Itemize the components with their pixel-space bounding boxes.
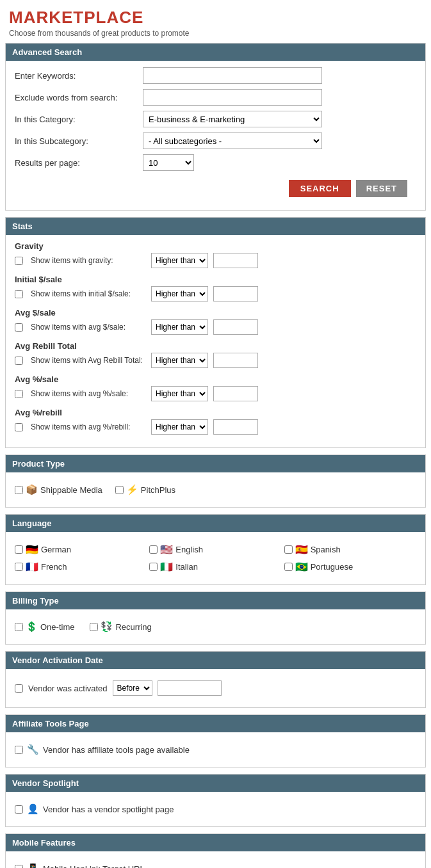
gravity-value-input[interactable]: [213, 253, 258, 268]
onetime-icon: 💲: [26, 621, 38, 632]
pitchplus-label: PitchPlus: [141, 485, 175, 495]
avg-sale-filter-select[interactable]: Higher than Lower than Equal to: [151, 319, 208, 335]
subcategory-row: In this Subcategory: - All subcategories…: [15, 133, 416, 149]
french-label: French: [41, 562, 67, 572]
shippable-media-checkbox[interactable]: [15, 486, 23, 494]
keywords-label: Enter Keywords:: [15, 71, 143, 81]
keywords-input[interactable]: [143, 67, 322, 84]
avg-pct-rebill-filter-select[interactable]: Higher than Lower than Equal to: [151, 419, 208, 435]
avg-rebill-filter-select[interactable]: Higher than Lower than Equal to: [151, 353, 208, 368]
english-flag: 🇺🇸: [160, 543, 173, 556]
avg-pct-sale-filter-select[interactable]: Higher than Lower than Equal to: [151, 386, 208, 401]
spanish-checkbox[interactable]: [284, 545, 293, 554]
vendor-spotlight-label: Vendor has a vendor spotlight page: [43, 805, 174, 814]
mobile-features-header: Mobile Features: [6, 834, 425, 851]
onetime-item: 💲 One-time: [15, 621, 74, 632]
english-item: 🇺🇸 English: [149, 543, 281, 556]
onetime-checkbox[interactable]: [15, 623, 23, 631]
affiliate-tools-checkbox[interactable]: [15, 746, 23, 754]
avg-rebill-value-input[interactable]: [213, 353, 258, 368]
avg-rebill-checkbox[interactable]: [15, 357, 23, 365]
product-type-row: 📦 Shippable Media ⚡ PitchPlus: [15, 479, 416, 501]
vendor-activation-filter-select[interactable]: Before After On: [113, 680, 152, 696]
language-body: 🇩🇪 German 🇺🇸 English 🇪🇸 Spanish 🇫🇷 Frenc…: [6, 532, 425, 584]
category-select[interactable]: E-business & E-marketing: [143, 111, 322, 127]
language-header: Language: [6, 515, 425, 532]
portuguese-checkbox[interactable]: [284, 563, 293, 571]
avg-pct-rebill-row: Show items with avg %/rebill: Higher tha…: [15, 419, 416, 435]
avg-pct-sale-checkbox[interactable]: [15, 390, 23, 398]
portuguese-flag: 🇧🇷: [295, 561, 308, 573]
vendor-activation-body: Vendor was activated Before After On: [6, 669, 425, 707]
avg-pct-rebill-label: Show items with avg %/rebill:: [31, 422, 146, 431]
shippable-media-icon: 📦: [26, 484, 38, 495]
spanish-label: Spanish: [311, 545, 341, 554]
avg-pct-rebill-value-input[interactable]: [213, 419, 258, 435]
avg-rebill-group: Avg Rebill Total Show items with Avg Reb…: [15, 341, 416, 368]
top-button-row: SEARCH RESET: [15, 176, 416, 204]
language-section: Language 🇩🇪 German 🇺🇸 English 🇪🇸 Spanish…: [5, 514, 426, 585]
language-grid: 🇩🇪 German 🇺🇸 English 🇪🇸 Spanish 🇫🇷 Frenc…: [15, 538, 416, 578]
gravity-checkbox[interactable]: [15, 257, 23, 265]
product-type-header: Product Type: [6, 455, 425, 472]
exclude-input[interactable]: [143, 89, 322, 106]
avg-sale-row: Show items with avg $/sale: Higher than …: [15, 319, 416, 335]
top-search-button[interactable]: SEARCH: [289, 180, 351, 197]
german-checkbox[interactable]: [15, 545, 23, 554]
avg-sale-title: Avg $/sale: [15, 308, 416, 317]
pitchplus-icon: ⚡: [126, 484, 138, 495]
affiliate-tools-label: Vendor has affiliate tools page availabl…: [43, 745, 190, 755]
subcategory-select[interactable]: - All subcategories -: [143, 133, 322, 149]
avg-pct-sale-value-input[interactable]: [213, 386, 258, 401]
avg-sale-group: Avg $/sale Show items with avg $/sale: H…: [15, 308, 416, 335]
category-row: In this Category: E-business & E-marketi…: [15, 111, 416, 127]
french-flag: 🇫🇷: [26, 561, 38, 573]
onetime-label: One-time: [40, 622, 74, 632]
english-label: English: [175, 545, 203, 554]
mobile-features-checkbox[interactable]: [15, 865, 23, 869]
spanish-item: 🇪🇸 Spanish: [284, 543, 416, 556]
results-select[interactable]: 10 20 50: [143, 154, 194, 171]
avg-sale-checkbox[interactable]: [15, 323, 23, 332]
avg-sale-value-input[interactable]: [213, 319, 258, 335]
vendor-activation-checkbox[interactable]: [15, 684, 23, 693]
vendor-activation-section: Vendor Activation Date Vendor was activa…: [5, 651, 426, 708]
avg-pct-rebill-checkbox[interactable]: [15, 423, 23, 431]
stats-section: Stats Gravity Show items with gravity: H…: [5, 217, 426, 448]
vendor-activation-date-input[interactable]: [158, 680, 222, 696]
shippable-media-item: 📦 Shippable Media: [15, 484, 102, 495]
avg-pct-sale-label: Show items with avg %/sale:: [31, 389, 146, 398]
advanced-search-body: Enter Keywords: Exclude words from searc…: [6, 61, 425, 210]
avg-rebill-row: Show items with Avg Rebill Total: Higher…: [15, 353, 416, 368]
german-flag: 🇩🇪: [26, 543, 38, 556]
vendor-spotlight-row: 👤 Vendor has a vendor spotlight page: [15, 798, 416, 820]
pitchplus-checkbox[interactable]: [115, 486, 124, 494]
advanced-search-section: Advanced Search Enter Keywords: Exclude …: [5, 43, 426, 211]
avg-rebill-title: Avg Rebill Total: [15, 341, 416, 351]
vendor-spotlight-header: Vendor Spotlight: [6, 775, 425, 792]
initial-sale-group: Initial $/sale Show items with initial $…: [15, 275, 416, 301]
french-item: 🇫🇷 French: [15, 561, 147, 573]
billing-type-row: 💲 One-time 💱 Recurring: [15, 616, 416, 638]
initial-sale-checkbox[interactable]: [15, 290, 23, 298]
affiliate-tools-header: Affiliate Tools Page: [6, 715, 425, 732]
initial-sale-value-input[interactable]: [213, 286, 258, 301]
affiliate-tools-icon: 🔧: [27, 744, 39, 755]
vendor-spotlight-checkbox[interactable]: [15, 805, 23, 814]
english-checkbox[interactable]: [149, 545, 158, 554]
initial-sale-row: Show items with initial $/sale: Higher t…: [15, 286, 416, 301]
pitchplus-item: ⚡ PitchPlus: [115, 484, 175, 495]
gravity-group: Gravity Show items with gravity: Higher …: [15, 241, 416, 268]
recurring-checkbox[interactable]: [90, 623, 98, 631]
product-type-section: Product Type 📦 Shippable Media ⚡ PitchPl…: [5, 454, 426, 508]
top-reset-button[interactable]: RESET: [356, 180, 407, 197]
italian-checkbox[interactable]: [149, 563, 158, 571]
recurring-item: 💱 Recurring: [90, 621, 151, 632]
vendor-spotlight-section: Vendor Spotlight 👤 Vendor has a vendor s…: [5, 774, 426, 827]
gravity-label: Show items with gravity:: [31, 256, 146, 265]
german-item: 🇩🇪 German: [15, 543, 147, 556]
french-checkbox[interactable]: [15, 563, 23, 571]
avg-pct-sale-row: Show items with avg %/sale: Higher than …: [15, 386, 416, 401]
gravity-filter-select[interactable]: Higher than Lower than Equal to: [151, 253, 208, 268]
initial-sale-filter-select[interactable]: Higher than Lower than Equal to: [151, 286, 208, 301]
